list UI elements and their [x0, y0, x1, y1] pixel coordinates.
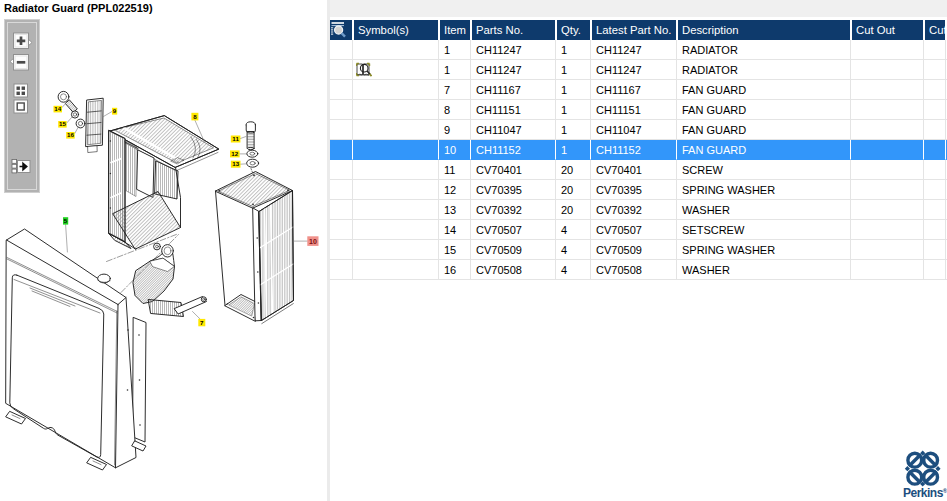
svg-text:9: 9 — [113, 107, 117, 114]
svg-text:13: 13 — [232, 160, 239, 167]
svg-text:7: 7 — [200, 319, 204, 326]
svg-text:15: 15 — [59, 120, 66, 127]
svg-text:12: 12 — [231, 150, 238, 157]
svg-text:11: 11 — [232, 135, 239, 142]
svg-text:5: 5 — [64, 217, 68, 224]
svg-text:8: 8 — [193, 113, 197, 120]
svg-text:14: 14 — [54, 105, 61, 112]
svg-text:16: 16 — [67, 131, 74, 138]
svg-text:10: 10 — [309, 238, 317, 245]
